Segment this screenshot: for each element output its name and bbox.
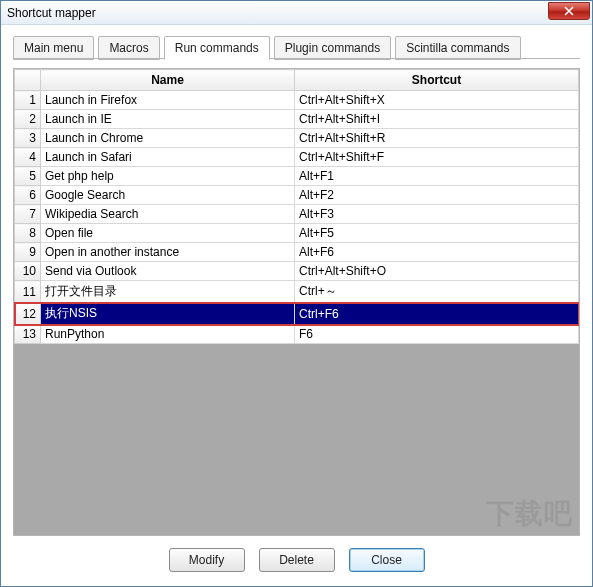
shortcut-grid[interactable]: Name Shortcut 1Launch in FirefoxCtrl+Alt… <box>14 69 579 344</box>
tab-run-commands[interactable]: Run commands <box>164 36 270 60</box>
watermark-text: 下载吧 <box>486 495 573 533</box>
cell-name: Launch in Chrome <box>41 129 295 148</box>
cell-shortcut: Alt+F1 <box>295 167 579 186</box>
cell-shortcut: Ctrl+Alt+Shift+I <box>295 110 579 129</box>
table-row[interactable]: 3Launch in ChromeCtrl+Alt+Shift+R <box>15 129 579 148</box>
cell-name: RunPython <box>41 325 295 344</box>
cell-name: Open in another instance <box>41 243 295 262</box>
cell-shortcut: Ctrl+F6 <box>295 303 579 325</box>
dialog-footer: Modify Delete Close <box>1 536 592 586</box>
column-header-shortcut[interactable]: Shortcut <box>295 70 579 91</box>
table-row[interactable]: 10Send via OutlookCtrl+Alt+Shift+O <box>15 262 579 281</box>
cell-name: Launch in IE <box>41 110 295 129</box>
table-row[interactable]: 8Open fileAlt+F5 <box>15 224 579 243</box>
tab-scintilla-commands[interactable]: Scintilla commands <box>395 36 520 60</box>
table-row[interactable]: 13RunPythonF6 <box>15 325 579 344</box>
cell-shortcut: Alt+F2 <box>295 186 579 205</box>
rownum-header[interactable] <box>15 70 41 91</box>
cell-shortcut: Ctrl+～ <box>295 281 579 303</box>
row-number: 12 <box>15 303 41 325</box>
cell-shortcut: Ctrl+Alt+Shift+X <box>295 91 579 110</box>
tab-underline <box>13 58 580 59</box>
table-row[interactable]: 4Launch in SafariCtrl+Alt+Shift+F <box>15 148 579 167</box>
titlebar[interactable]: Shortcut mapper <box>1 1 592 25</box>
table-row[interactable]: 11打开文件目录Ctrl+～ <box>15 281 579 303</box>
cell-name: 执行NSIS <box>41 303 295 325</box>
tab-plugin-commands[interactable]: Plugin commands <box>274 36 391 60</box>
row-number: 3 <box>15 129 41 148</box>
row-number: 7 <box>15 205 41 224</box>
cell-name: Launch in Safari <box>41 148 295 167</box>
table-row[interactable]: 2Launch in IECtrl+Alt+Shift+I <box>15 110 579 129</box>
shortcut-grid-container: Name Shortcut 1Launch in FirefoxCtrl+Alt… <box>13 68 580 536</box>
delete-button[interactable]: Delete <box>259 548 335 572</box>
cell-shortcut: Ctrl+Alt+Shift+F <box>295 148 579 167</box>
table-row[interactable]: 5Get php helpAlt+F1 <box>15 167 579 186</box>
cell-shortcut: Alt+F3 <box>295 205 579 224</box>
table-row[interactable]: 1Launch in FirefoxCtrl+Alt+Shift+X <box>15 91 579 110</box>
cell-name: Wikipedia Search <box>41 205 295 224</box>
close-window-button[interactable] <box>548 2 590 20</box>
table-row[interactable]: 6Google SearchAlt+F2 <box>15 186 579 205</box>
row-number: 8 <box>15 224 41 243</box>
row-number: 11 <box>15 281 41 303</box>
cell-name: 打开文件目录 <box>41 281 295 303</box>
row-number: 13 <box>15 325 41 344</box>
cell-shortcut: Alt+F6 <box>295 243 579 262</box>
tab-main-menu[interactable]: Main menu <box>13 36 94 60</box>
row-number: 6 <box>15 186 41 205</box>
tab-macros[interactable]: Macros <box>98 36 159 60</box>
row-number: 1 <box>15 91 41 110</box>
column-header-name[interactable]: Name <box>41 70 295 91</box>
window: Shortcut mapper Main menuMacrosRun comma… <box>0 0 593 587</box>
cell-name: Google Search <box>41 186 295 205</box>
cell-name: Send via Outlook <box>41 262 295 281</box>
table-row[interactable]: 9Open in another instanceAlt+F6 <box>15 243 579 262</box>
cell-name: Open file <box>41 224 295 243</box>
row-number: 5 <box>15 167 41 186</box>
cell-name: Get php help <box>41 167 295 186</box>
window-title: Shortcut mapper <box>7 6 96 20</box>
cell-name: Launch in Firefox <box>41 91 295 110</box>
cell-shortcut: F6 <box>295 325 579 344</box>
cell-shortcut: Ctrl+Alt+Shift+O <box>295 262 579 281</box>
row-number: 2 <box>15 110 41 129</box>
table-row[interactable]: 7Wikipedia SearchAlt+F3 <box>15 205 579 224</box>
close-button[interactable]: Close <box>349 548 425 572</box>
row-number: 4 <box>15 148 41 167</box>
client-area: Main menuMacrosRun commandsPlugin comman… <box>1 25 592 586</box>
cell-shortcut: Ctrl+Alt+Shift+R <box>295 129 579 148</box>
modify-button[interactable]: Modify <box>169 548 245 572</box>
close-icon <box>564 6 574 16</box>
row-number: 9 <box>15 243 41 262</box>
cell-shortcut: Alt+F5 <box>295 224 579 243</box>
row-number: 10 <box>15 262 41 281</box>
tabstrip: Main menuMacrosRun commandsPlugin comman… <box>1 25 592 59</box>
table-row[interactable]: 12执行NSISCtrl+F6 <box>15 303 579 325</box>
